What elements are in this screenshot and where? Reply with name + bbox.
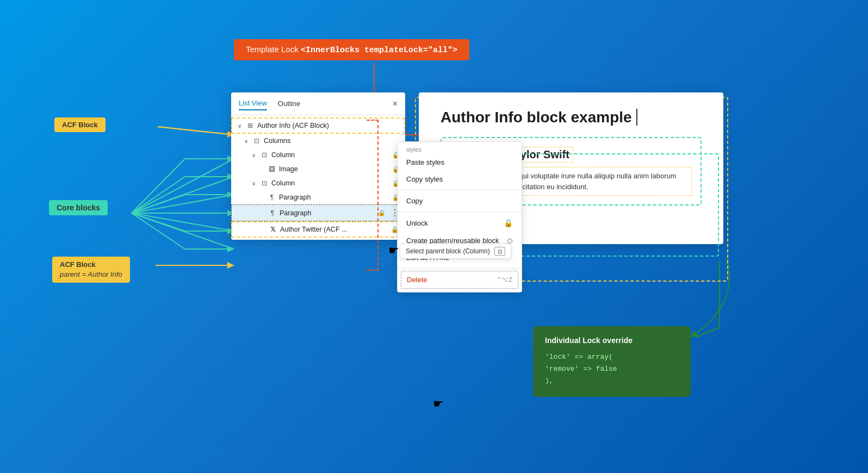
list-item[interactable]: ¶ Paragraph 🔒 bbox=[231, 190, 405, 204]
select-parent-label: Select parent block (Column) bbox=[406, 247, 490, 255]
author-bio: Ea qui voluptate irure nulla aliquip nul… bbox=[505, 167, 692, 196]
code-line3: ), bbox=[545, 375, 679, 387]
label-core-blocks: Core blocks bbox=[49, 200, 108, 215]
lock-icon: 🔒 bbox=[378, 209, 386, 216]
item-label: Column bbox=[271, 151, 389, 159]
label-acf-top: ACF Block bbox=[54, 117, 106, 132]
separator bbox=[398, 190, 522, 190]
context-menu: styles Paste styles Copy styles Copy Unl… bbox=[397, 141, 522, 292]
list-view-header: List View Outline × bbox=[231, 92, 405, 115]
preview-title: Author Info block example bbox=[441, 109, 637, 126]
item-label: Author Twitter (ACF ... bbox=[280, 226, 388, 233]
chevron-icon: ∨ bbox=[244, 138, 250, 144]
list-item[interactable]: ∨ ⊡ Columns bbox=[231, 134, 405, 148]
separator bbox=[398, 268, 522, 269]
item-label: Columns bbox=[264, 137, 400, 145]
item-label: Paragraph bbox=[279, 194, 389, 201]
code-line1: 'lock' => array( bbox=[545, 351, 679, 363]
chevron-icon: ∨ bbox=[252, 181, 257, 186]
copy-styles-label: Copy styles bbox=[406, 175, 443, 183]
lock-icon: 🔒 bbox=[504, 219, 513, 227]
chevron-icon: ∨ bbox=[252, 152, 257, 158]
select-parent-popup: Select parent block (Column) ⊡ bbox=[400, 244, 511, 259]
banner-label: Template Lock bbox=[246, 45, 299, 54]
tab-outline[interactable]: Outline bbox=[278, 97, 300, 110]
label-acf-bottom-line1: ACF Block bbox=[60, 260, 96, 269]
list-view-panel: List View Outline × ∨ ⊞ Author Info (ACF… bbox=[231, 92, 405, 240]
list-item-selected[interactable]: ¶ Paragraph 🔒 ⋮ bbox=[231, 204, 405, 221]
lock-override-box: Individual Lock override 'lock' => array… bbox=[533, 326, 691, 397]
label-acf-top-text: ACF Block bbox=[62, 121, 98, 129]
list-item[interactable]: 🖼 Image 🔒 bbox=[231, 162, 405, 176]
code-line2: 'remove' => false bbox=[545, 363, 679, 375]
label-acf-bottom: ACF Block parent = Author Info bbox=[52, 257, 130, 283]
tab-list-view[interactable]: List View bbox=[239, 97, 267, 110]
delete-label: Delete bbox=[407, 276, 427, 284]
block-icon: ⊞ bbox=[246, 121, 255, 130]
author-info: Taylor Swift Ea qui voluptate irure null… bbox=[505, 147, 692, 196]
separator bbox=[398, 211, 522, 212]
preview-title-text: Author Info block example bbox=[441, 109, 632, 126]
label-core-blocks-text: Core blocks bbox=[57, 203, 100, 212]
paste-styles-item[interactable]: Paste styles bbox=[398, 154, 522, 171]
lock-override-code: 'lock' => array( 'remove' => false ), bbox=[545, 351, 679, 387]
lock-override-title: Individual Lock override bbox=[545, 336, 679, 345]
list-item[interactable]: ∨ ⊡ Column 🔒 bbox=[231, 148, 405, 162]
list-item[interactable]: ∨ ⊡ Column 🔒 bbox=[231, 176, 405, 190]
block-icon: ⊡ bbox=[260, 151, 269, 159]
paste-styles-label: Paste styles bbox=[406, 158, 444, 166]
label-acf-bottom-line2: parent = Author Info bbox=[60, 270, 122, 279]
delete-shortcut: ⌃⌥Z bbox=[497, 276, 512, 283]
chevron-icon: ∨ bbox=[238, 123, 243, 129]
copy-styles-item[interactable]: Copy styles bbox=[398, 171, 522, 188]
copy-item[interactable]: Copy bbox=[398, 192, 522, 209]
close-button[interactable]: × bbox=[393, 99, 398, 109]
column-icon: ⊡ bbox=[494, 247, 505, 256]
block-icon: ⊡ bbox=[260, 179, 269, 188]
item-label: Paragraph bbox=[280, 209, 375, 217]
unlock-item[interactable]: Unlock 🔒 bbox=[398, 214, 522, 232]
delete-item[interactable]: Delete ⌃⌥Z bbox=[401, 271, 518, 289]
block-icon: ¶ bbox=[268, 209, 277, 217]
cursor-icon: ☛ bbox=[388, 244, 399, 258]
unlock-label: Unlock bbox=[406, 219, 428, 227]
list-view-items: ∨ ⊞ Author Info (ACF Block) ∨ ⊡ Columns … bbox=[231, 115, 405, 240]
template-lock-banner: Template Lock <InnerBlocks templateLock=… bbox=[234, 39, 469, 60]
block-icon: ⊡ bbox=[252, 136, 261, 145]
cursor-delete-icon: ☛ bbox=[433, 397, 444, 411]
list-item[interactable]: 𝕏 Author Twitter (ACF ... 🔒 bbox=[231, 221, 405, 238]
item-label: Image bbox=[279, 165, 389, 173]
item-label: Column bbox=[271, 179, 389, 187]
block-icon: 𝕏 bbox=[269, 225, 277, 234]
styles-label: styles bbox=[398, 144, 522, 154]
list-item[interactable]: ∨ ⊞ Author Info (ACF Block) bbox=[231, 117, 405, 134]
item-label: Author Info (ACF Block) bbox=[257, 122, 399, 129]
copy-label: Copy bbox=[406, 197, 423, 205]
banner-code: <InnerBlocks templateLock="all"> bbox=[301, 46, 457, 55]
block-icon: 🖼 bbox=[268, 165, 276, 173]
block-icon: ¶ bbox=[268, 193, 276, 202]
